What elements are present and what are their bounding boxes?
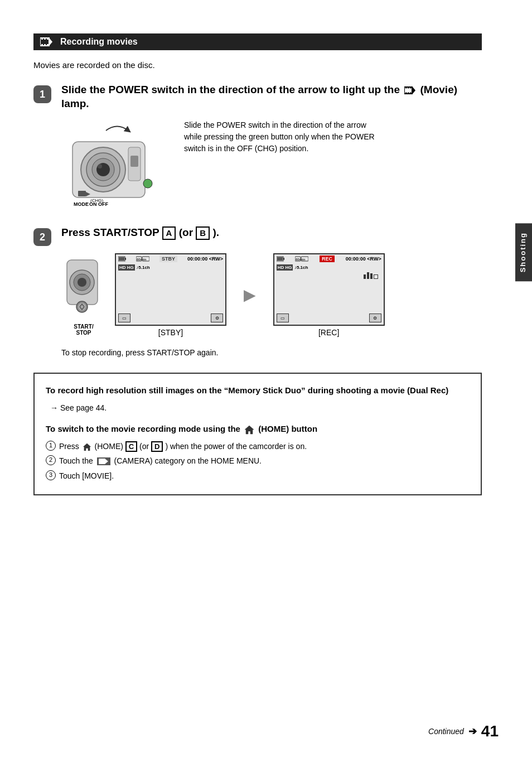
info-step-2: 2 Touch the (CAMERA) category on the HOM… [46,455,470,467]
svg-rect-6 [47,44,49,46]
section-header: Recording movies [33,33,482,50]
info-step-1-home: (HOME) [95,442,123,451]
svg-text:MODE: MODE [74,201,89,207]
info-step-2-num: 2 [46,455,56,465]
stby-quality: HD HG ♪5.1ch [116,263,225,272]
movie-lamp-icon [404,86,415,94]
info-step-1-press: Press [59,442,79,451]
battery-icon-rec [277,255,284,262]
info-step-3: 3 Touch [MOVIE]. [46,470,470,482]
info-step-3-num: 3 [46,470,56,480]
info-step-1-text: Press (HOME) C (or D ) when the power of… [59,440,307,452]
disc-icon-rec: 60min [295,255,308,262]
step-2-block: 2 Press START/STOP A (or B ). [33,226,482,357]
svg-marker-51 [105,459,108,464]
svg-rect-10 [408,86,409,89]
step-2-title-mid: (or [179,226,196,238]
stby-timecode: 00:00:00 <RW> [187,256,223,262]
shooting-sidebar-tab: Shooting [515,223,532,281]
step-1-title-text: Slide the POWER switch in the direction … [61,84,400,95]
info-box-subtitle2-end: (HOME) button [258,424,317,433]
lcd-icon-left-rec: ▭ [277,314,289,322]
step-2-screens-area: START/STOP [61,249,482,357]
rec-bottom-bar: ▭ ⚙ [277,314,381,322]
step-1-content: Slide the POWER switch in the direction … [61,83,482,210]
svg-rect-2 [44,37,46,40]
svg-rect-23 [130,156,138,167]
svg-rect-12 [405,92,407,94]
battery-icon-stby [118,255,126,262]
svg-point-27 [143,179,152,188]
step-1-title: Slide the POWER switch in the direction … [61,83,482,110]
svg-text:(CHG): (CHG) [90,198,103,203]
home-icon-step1 [83,442,91,451]
rec-bars [361,271,380,280]
svg-text:60min: 60min [296,258,306,261]
key-d-box: D [151,441,163,452]
stop-recording-text: To stop recording, press START/STOP agai… [61,348,482,357]
rec-quality: HD HG ♪5.1ch [274,263,384,272]
info-box-title: To record high resolution still images o… [46,384,470,397]
stby-bottom-bar: ▭ ⚙ [118,314,223,322]
stby-label: [STBY] [158,328,183,337]
svg-point-21 [98,164,102,168]
lcd-icon-right-rec: ⚙ [369,314,381,322]
svg-rect-1 [41,37,43,40]
info-step-1-or: (or [139,442,149,451]
transition-arrow: ► [240,283,260,307]
svg-rect-9 [405,86,407,89]
rec-status-label: REC [320,255,335,262]
key-b-box: B [196,226,210,240]
info-step-2-touch: Touch the [59,456,93,465]
section-title: Recording movies [60,37,138,47]
info-step-3-text: Touch [MOVIE]. [59,470,114,482]
step-2-title: Press START/STOP A (or B ). [61,226,482,240]
info-step-1-num: 1 [46,441,56,451]
page-footer: Continued ➔ 41 [428,722,499,740]
step-1-body: MODE ON OFF (CHG) Slide the POWER switch… [61,119,482,210]
camera-icon-inline [99,458,109,465]
sidebar-label: Shooting [519,232,527,272]
info-arrow-link: → See page 44. [50,402,470,414]
step-2-screens: START/STOP [61,253,482,337]
camera-illustration: MODE ON OFF (CHG) [61,119,173,210]
key-c-box: C [125,441,137,452]
step-1-block: 1 Slide the POWER switch in the directio… [33,83,482,210]
svg-rect-3 [47,37,49,40]
step-1-number: 1 [33,85,51,103]
stby-status-label: STBY [159,255,177,262]
step-2-title-end: ). [212,226,219,238]
info-step-1-rest: ) when the power of the camcorder is on. [165,442,307,451]
lcd-icon-left-stby: ▭ [118,314,130,322]
svg-rect-28 [78,191,86,196]
svg-rect-50 [99,459,105,464]
svg-rect-44 [277,257,283,261]
camcorder-diagram: START/STOP [61,254,106,336]
info-box-subtitle2-text: To switch to the movie recording mode us… [46,424,240,433]
svg-rect-38 [119,257,124,261]
disc-icon-stby: 60min [136,255,149,262]
svg-marker-7 [50,38,52,45]
start-stop-button-diagram [61,254,106,321]
continued-text: Continued [428,727,464,736]
info-box: To record high resolution still images o… [33,373,482,495]
svg-rect-14 [410,92,412,94]
info-box-subtitle2: To switch to the movie recording mode us… [46,422,470,436]
info-step-2-rest: (CAMERA) category on the HOME MENU. [114,456,262,465]
key-a-box: A [162,226,176,240]
start-stop-label: START/STOP [74,324,93,336]
step-1-description: Slide the POWER switch in the direction … [184,119,385,155]
svg-rect-13 [408,92,409,94]
svg-rect-5 [44,44,46,46]
svg-rect-4 [41,44,43,46]
rec-screen-group: 60min REC 00:00:00 <RW> HD HG ♪5.1ch [273,253,385,337]
stby-lcd-screen: 60min STBY 00:00:00 <RW> HD HG ♪5.1ch ▭ [115,253,226,326]
svg-marker-48 [245,426,254,434]
svg-text:60min: 60min [137,258,147,261]
svg-rect-43 [283,258,284,260]
rec-label: [REC] [318,328,339,337]
intro-text: Movies are recorded on the disc. [33,60,482,70]
svg-marker-15 [413,87,415,94]
svg-marker-49 [83,443,91,451]
power-switch-diagram: MODE ON OFF (CHG) [61,119,167,209]
